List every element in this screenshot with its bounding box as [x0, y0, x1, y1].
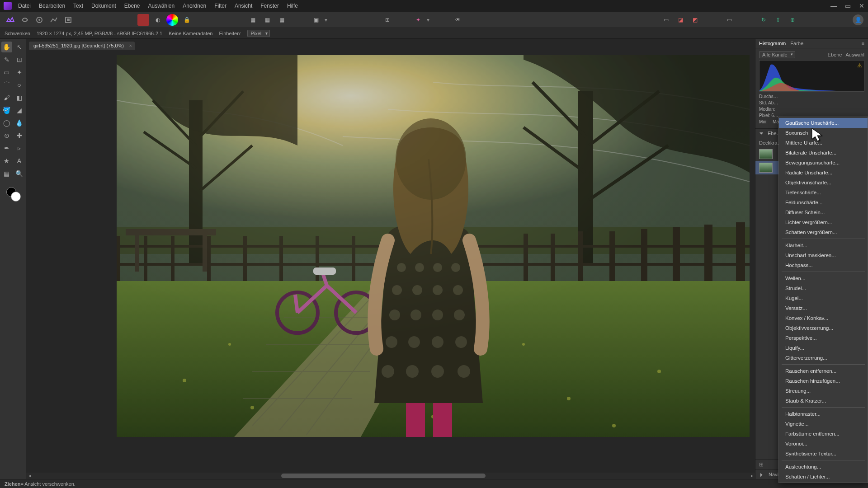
dodge-tool[interactable]: ◯: [1, 117, 12, 128]
scope-layer[interactable]: Ebene: [828, 52, 842, 57]
menu-ebene[interactable]: Ebene: [124, 3, 140, 9]
heal-tool[interactable]: ✚: [14, 130, 25, 141]
swap-bg-icon[interactable]: ◪: [675, 14, 686, 26]
viewport[interactable]: [26, 50, 755, 473]
menu-item[interactable]: Wellen...: [779, 273, 868, 283]
document-tab[interactable]: girl-535251_1920.jpg [Geändert] (75,0%) …: [29, 42, 135, 50]
panel-collapse-icon[interactable]: ⏵: [759, 472, 764, 477]
layer-add-icon[interactable]: ⊞: [759, 461, 764, 468]
dropdown-icon[interactable]: ▾: [427, 17, 429, 23]
smudge-tool[interactable]: 💧: [14, 117, 25, 128]
flood-select-tool[interactable]: ✦: [14, 67, 25, 78]
cloud-download-icon[interactable]: ⊕: [787, 14, 798, 26]
color-profile-icon[interactable]: ◐: [152, 14, 164, 26]
text-tool[interactable]: A: [14, 155, 25, 166]
preview-icon[interactable]: ▭: [723, 14, 735, 26]
menu-item[interactable]: Lichter vergrößern...: [779, 217, 868, 227]
menu-item[interactable]: Radiale Unschärfe...: [779, 168, 868, 178]
scroll-left-icon[interactable]: ◂: [26, 473, 33, 479]
export-persona-icon[interactable]: [62, 14, 74, 26]
tab-histogram[interactable]: Histogramm: [759, 41, 786, 46]
menu-item[interactable]: Vignette...: [779, 419, 868, 429]
menu-item[interactable]: Rauschen entfernen...: [779, 366, 868, 376]
menu-item[interactable]: Feldunschärfe...: [779, 197, 868, 207]
menu-item[interactable]: Hochpass...: [779, 260, 868, 270]
units-select[interactable]: Pixel: [247, 30, 270, 37]
snap-icon[interactable]: ⊞: [382, 14, 393, 26]
menu-dokument[interactable]: Dokument: [91, 3, 116, 9]
color-wheel-icon[interactable]: [166, 14, 178, 26]
menu-item[interactable]: Objektivunschärfe...: [779, 178, 868, 188]
menu-item[interactable]: Klarheit...: [779, 240, 868, 250]
color-swatches[interactable]: [2, 185, 24, 203]
dropdown-icon[interactable]: ▾: [325, 17, 327, 23]
pan-tool[interactable]: ✋: [1, 42, 12, 52]
move-tool[interactable]: ↖: [14, 42, 25, 52]
cloud-sync-icon[interactable]: ↻: [758, 14, 769, 26]
paint-brush-tool[interactable]: 🖌: [1, 92, 12, 103]
stock-icon[interactable]: ▭: [660, 14, 672, 26]
shape-tool[interactable]: ★: [1, 155, 12, 166]
menu-item[interactable]: Staub & Kratzer...: [779, 396, 868, 406]
menu-anordnen[interactable]: Anordnen: [183, 3, 206, 9]
minimize-button[interactable]: ―: [830, 2, 837, 9]
zoom-tool[interactable]: 🔍: [14, 168, 25, 179]
tab-color[interactable]: Farbe: [790, 41, 803, 46]
menu-item[interactable]: Bilaterale Unschärfe...: [779, 148, 868, 158]
menu-item[interactable]: Mittlere U arfe...: [779, 138, 868, 148]
color-format-icon[interactable]: [137, 14, 149, 26]
menu-item[interactable]: Unscharf maskieren...: [779, 250, 868, 260]
panel-collapse-icon[interactable]: ⏷: [759, 131, 764, 136]
gradient-tool[interactable]: ◢: [14, 105, 25, 116]
menu-item[interactable]: Objektivverzerrung...: [779, 323, 868, 333]
swap-fg-icon[interactable]: ◩: [689, 14, 701, 26]
canvas-image[interactable]: [117, 55, 750, 437]
menu-item[interactable]: Diffuser Schein...: [779, 207, 868, 217]
menu-auswählen[interactable]: Auswählen: [148, 3, 175, 9]
menu-item[interactable]: Gaußsche Unschärfe...: [779, 118, 868, 128]
photo-persona-icon[interactable]: [5, 14, 16, 26]
menu-item[interactable]: Synthetisierte Textur...: [779, 449, 868, 459]
menu-item[interactable]: Schatten / Lichter...: [779, 472, 868, 482]
menu-fenster[interactable]: Fenster: [260, 3, 279, 9]
clone-tool[interactable]: ⊙: [1, 130, 12, 141]
color-picker-tool[interactable]: ✎: [1, 54, 12, 65]
crop-tool[interactable]: ⊡: [14, 54, 25, 65]
menu-datei[interactable]: Datei: [18, 3, 31, 9]
arrange-icon[interactable]: ▣: [310, 14, 322, 26]
menu-bearbeiten[interactable]: Bearbeiten: [39, 3, 65, 9]
scroll-right-icon[interactable]: ▸: [749, 473, 755, 479]
close-button[interactable]: ✕: [859, 2, 864, 9]
menu-hilfe[interactable]: Hilfe: [287, 3, 298, 9]
menu-item[interactable]: Versatz...: [779, 303, 868, 313]
menu-ansicht[interactable]: Ansicht: [235, 3, 252, 9]
menu-item[interactable]: Bewegungsunschärfe...: [779, 158, 868, 168]
foreground-color-swatch[interactable]: [11, 192, 21, 202]
scope-selection[interactable]: Auswahl: [845, 52, 864, 57]
menu-item[interactable]: Streuung...: [779, 386, 868, 396]
horizontal-scrollbar[interactable]: ◂ ▸: [26, 473, 755, 479]
menu-item[interactable]: Gitterverzerrung...: [779, 353, 868, 363]
node-tool[interactable]: ▹: [14, 143, 25, 154]
close-tab-icon[interactable]: ×: [129, 43, 132, 48]
channel-select[interactable]: Alle Kanäle: [759, 51, 795, 58]
align-left-icon[interactable]: ▦: [247, 14, 259, 26]
menu-item[interactable]: Ausleuchtung...: [779, 462, 868, 472]
menu-item[interactable]: Liquify...: [779, 343, 868, 353]
develop-persona-icon[interactable]: [33, 14, 45, 26]
menu-item[interactable]: Farbsäume entfernen...: [779, 429, 868, 439]
maximize-button[interactable]: ▭: [845, 2, 851, 9]
quick-mask-icon[interactable]: 👁: [452, 14, 464, 26]
erase-tool[interactable]: ◧: [14, 92, 25, 103]
menu-text[interactable]: Text: [73, 3, 83, 9]
live-filter-menu[interactable]: Gaußsche Unschärfe...BoxunschMittlere U …: [778, 117, 868, 483]
menu-item[interactable]: Boxunsch: [779, 128, 868, 138]
menu-item[interactable]: Voronoi...: [779, 439, 868, 449]
menu-item[interactable]: Strudel...: [779, 283, 868, 293]
assistant-icon[interactable]: ✦: [412, 14, 424, 26]
account-avatar[interactable]: 👤: [853, 14, 863, 25]
tone-map-persona-icon[interactable]: [48, 14, 60, 26]
menu-item[interactable]: Rauschen hinzufügen...: [779, 376, 868, 386]
menu-item[interactable]: Konvex / Konkav...: [779, 313, 868, 323]
lasso-tool[interactable]: ⌒: [1, 80, 12, 90]
